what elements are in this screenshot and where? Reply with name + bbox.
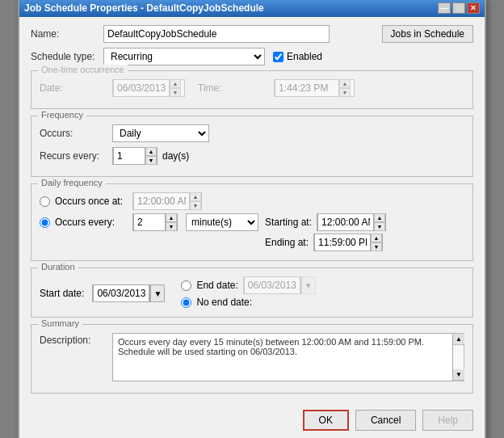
occurs-once-up: ▲ [190, 192, 201, 201]
no-end-date-row: No end date: [181, 297, 315, 308]
one-time-title: One-time occurrence [38, 65, 128, 74]
window-title: Job Schedule Properties - DefaultCopyJob… [24, 2, 264, 14]
description-scrollbar[interactable]: ▲ ▼ [453, 333, 464, 381]
description-text: Occurs every day every 15 minute(s) betw… [112, 333, 453, 381]
date-input [113, 79, 170, 97]
starting-at-spinner: ▲ ▼ [317, 213, 386, 231]
summary-title: Summary [38, 318, 82, 328]
summary-section: Summary Description: Occurs every day ev… [31, 324, 473, 394]
occurs-once-row: Occurs once at: ▲ ▼ [40, 192, 464, 210]
ending-at-spinner: ▲ ▼ [313, 234, 383, 251]
date-up-btn: ▲ [170, 79, 181, 88]
name-input[interactable] [103, 25, 330, 43]
main-window: Job Schedule Properties - DefaultCopyJob… [18, 0, 486, 438]
enabled-checkbox-wrapper: Enabled [273, 51, 322, 62]
minimize-button[interactable]: — [438, 2, 451, 14]
recurs-every-input[interactable] [113, 147, 145, 165]
duration-section: Duration Start date: ▼ E [31, 267, 473, 318]
recurs-spin-btns: ▲ ▼ [145, 147, 157, 165]
button-row: OK Cancel Help [19, 405, 485, 438]
occurs-row: Occurs: Daily Weekly Monthly [40, 124, 464, 142]
date-spinner: ▲ ▼ [112, 79, 185, 97]
one-time-section: One-time occurrence Date: ▲ ▼ Time: [31, 70, 473, 109]
frequency-content: Occurs: Daily Weekly Monthly Recurs ever… [40, 124, 464, 165]
time-up-btn: ▲ [339, 79, 351, 88]
end-date-label: End date: [196, 280, 237, 291]
occurs-every-spin-btns: ▲ ▼ [166, 213, 177, 231]
scroll-up-btn[interactable]: ▲ [453, 334, 464, 345]
help-button[interactable]: Help [422, 410, 473, 431]
title-bar-controls: — □ ✕ [438, 2, 480, 14]
ending-at-label: Ending at: [265, 237, 309, 248]
starting-at-row: Starting at: ▲ ▼ [265, 213, 386, 231]
occurs-once-spin-btns: ▲ ▼ [190, 192, 201, 210]
time-spin-btns: ▲ ▼ [339, 79, 351, 97]
occurs-every-down[interactable]: ▼ [166, 222, 177, 231]
end-date-spinner [243, 276, 301, 294]
jobs-in-schedule-button[interactable]: Jobs in Schedule [382, 25, 473, 43]
starting-ending-section: Starting at: ▲ ▼ Ending [265, 213, 386, 254]
end-date-radio[interactable] [181, 280, 191, 291]
daily-frequency-section: Daily frequency Occurs once at: ▲ ▼ [31, 183, 473, 261]
scroll-down-btn[interactable]: ▼ [453, 369, 464, 381]
schedule-type-select[interactable]: Recurring One Time [103, 48, 265, 65]
summary-content: Description: Occurs every day every 15 m… [40, 333, 464, 381]
enabled-label: Enabled [287, 51, 322, 62]
start-date-spinner [92, 284, 150, 302]
starting-at-label: Starting at: [265, 217, 312, 228]
no-end-date-radio[interactable] [181, 297, 191, 308]
occurs-select[interactable]: Daily Weekly Monthly [112, 124, 209, 142]
description-row: Description: Occurs every day every 15 m… [40, 333, 464, 381]
date-time-row: Date: ▲ ▼ Time: ▲ ▼ [40, 79, 464, 97]
duration-content: Start date: ▼ End date: [40, 276, 464, 310]
occurs-once-input [133, 192, 190, 210]
scroll-track [453, 345, 464, 369]
duration-row: Start date: ▼ End date: [40, 276, 464, 310]
ok-button[interactable]: OK [303, 410, 349, 431]
start-date-input[interactable] [93, 284, 149, 302]
start-date-label: Start date: [40, 288, 84, 299]
occurs-every-row: Occurs every: ▲ ▼ minute(s) hour(s) [40, 213, 258, 231]
ending-at-row: Ending at: ▲ ▼ [265, 234, 386, 251]
schedule-type-label: Schedule type: [31, 51, 103, 62]
start-date-calendar-btn[interactable]: ▼ [150, 284, 165, 302]
occurs-every-radio[interactable] [40, 217, 50, 228]
recurs-spinner: ▲ ▼ [112, 147, 158, 165]
description-label: Description: [40, 335, 112, 346]
end-date-input [244, 276, 300, 294]
time-input [275, 79, 339, 97]
starting-at-spin-btns: ▲ ▼ [374, 213, 385, 231]
description-wrapper: Occurs every day every 15 minute(s) betw… [112, 333, 464, 381]
occurs-once-label: Occurs once at: [55, 196, 128, 207]
occurs-every-wrapper: Occurs every: ▲ ▼ minute(s) hour(s) [40, 213, 464, 254]
ending-at-down[interactable]: ▼ [371, 242, 382, 251]
time-down-btn: ▼ [339, 88, 351, 97]
occurs-once-radio[interactable] [40, 196, 50, 207]
starting-at-up[interactable]: ▲ [374, 213, 385, 222]
cancel-button[interactable]: Cancel [355, 410, 416, 431]
end-date-section: End date: ▼ No end date: [181, 276, 315, 310]
close-button[interactable]: ✕ [467, 2, 480, 14]
recurs-down-btn[interactable]: ▼ [145, 156, 157, 165]
starting-at-input[interactable] [317, 213, 374, 231]
form-content: Name: Jobs in Schedule Schedule type: Re… [19, 17, 485, 405]
ending-at-input[interactable] [314, 234, 371, 251]
one-time-content: Date: ▲ ▼ Time: ▲ ▼ [40, 79, 464, 97]
recurs-up-btn[interactable]: ▲ [145, 147, 157, 156]
occurs-every-input[interactable] [133, 213, 166, 231]
date-spin-btns: ▲ ▼ [170, 79, 181, 97]
date-label: Date: [40, 82, 112, 94]
maximize-button[interactable]: □ [452, 2, 465, 14]
occurs-every-up[interactable]: ▲ [166, 213, 177, 222]
schedule-type-row: Schedule type: Recurring One Time Enable… [31, 48, 473, 65]
starting-at-down[interactable]: ▼ [374, 222, 385, 231]
ending-at-up[interactable]: ▲ [371, 234, 382, 242]
occurs-label: Occurs: [40, 128, 112, 139]
enabled-checkbox[interactable] [273, 52, 284, 62]
recurs-unit: day(s) [162, 150, 189, 162]
occurs-every-unit-select[interactable]: minute(s) hour(s) [186, 213, 258, 231]
time-label: Time: [198, 82, 271, 94]
recurs-every-label: Recurs every: [40, 150, 112, 162]
daily-frequency-content: Occurs once at: ▲ ▼ Occurs every: [40, 192, 464, 254]
end-date-wrapper: ▼ [243, 276, 316, 294]
